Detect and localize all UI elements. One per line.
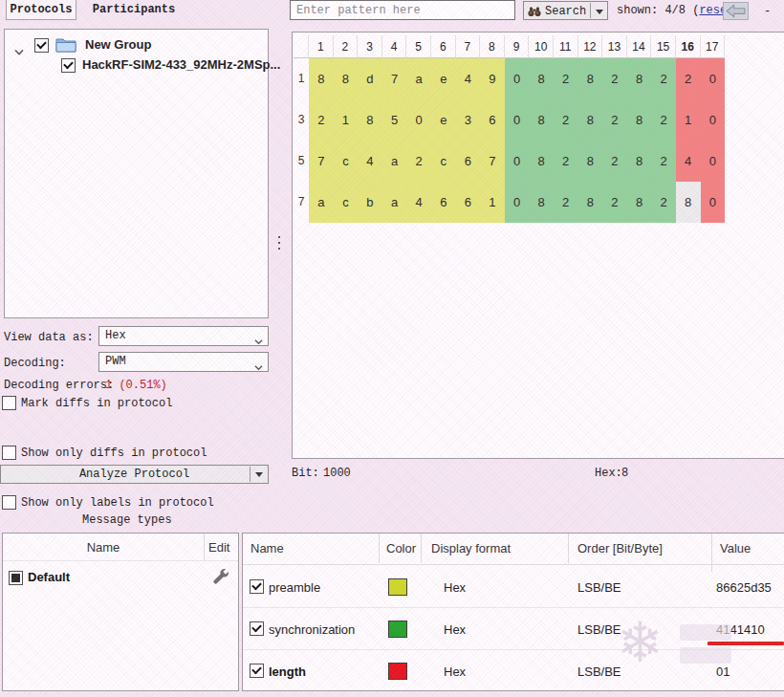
label-row[interactable]: preambleHexLSB/BE86625d35 bbox=[243, 566, 783, 608]
hex-col-header[interactable]: 8 bbox=[480, 35, 505, 58]
hex-cell[interactable]: 0 bbox=[505, 141, 530, 182]
analyze-protocol-button[interactable]: Analyze Protocol bbox=[0, 465, 269, 484]
hex-cell[interactable]: 8 bbox=[578, 182, 603, 223]
hex-cell[interactable]: 2 bbox=[651, 141, 676, 182]
tree-group-label[interactable]: New Group bbox=[85, 37, 151, 52]
back-arrow-button[interactable] bbox=[723, 2, 749, 20]
search-input[interactable] bbox=[290, 0, 515, 20]
hex-cell[interactable]: 0 bbox=[505, 99, 530, 141]
hex-col-header[interactable]: 1 bbox=[309, 35, 334, 58]
hex-cell[interactable]: 2 bbox=[651, 58, 676, 99]
group-checkbox[interactable] bbox=[34, 38, 49, 53]
hex-col-header[interactable]: 4 bbox=[382, 35, 407, 58]
decoding-select[interactable]: PWM bbox=[98, 352, 269, 372]
hex-cell[interactable]: 0 bbox=[505, 58, 530, 99]
hex-cell[interactable]: 2 bbox=[602, 182, 627, 223]
hex-cell[interactable]: 8 bbox=[627, 99, 652, 141]
hex-cell[interactable]: 4 bbox=[456, 58, 481, 99]
hex-cell[interactable]: 2 bbox=[406, 141, 431, 182]
hex-cell[interactable]: a bbox=[309, 182, 334, 223]
option-checkbox[interactable] bbox=[2, 495, 16, 510]
hex-cell[interactable]: 1 bbox=[334, 99, 359, 141]
hex-cell[interactable]: 7 bbox=[480, 141, 505, 182]
hex-col-header[interactable]: 10 bbox=[529, 35, 554, 58]
hex-row-header[interactable]: 3 bbox=[294, 99, 309, 141]
hex-cell[interactable]: e bbox=[431, 99, 456, 141]
label-row[interactable]: lengthHexLSB/BE01 bbox=[243, 650, 783, 692]
hex-col-header[interactable]: 6 bbox=[431, 35, 456, 58]
protocol-item-checkbox[interactable] bbox=[61, 58, 76, 73]
hex-cell[interactable]: 2 bbox=[651, 99, 676, 141]
hex-cell[interactable]: 0 bbox=[701, 58, 726, 99]
hex-cell[interactable]: 8 bbox=[309, 58, 334, 99]
hex-cell[interactable]: a bbox=[406, 58, 431, 99]
hex-cell[interactable]: c bbox=[334, 182, 359, 223]
hex-col-header[interactable]: 16 bbox=[676, 35, 701, 58]
hex-cell[interactable]: b bbox=[358, 182, 382, 223]
label-display-format[interactable]: Hex bbox=[444, 622, 466, 637]
option-checkbox[interactable] bbox=[2, 396, 16, 410]
hex-col-header[interactable]: 17 bbox=[701, 35, 726, 58]
hex-col-header[interactable]: 14 bbox=[627, 35, 652, 58]
label-display-format[interactable]: Hex bbox=[444, 664, 466, 679]
option-checkbox[interactable] bbox=[2, 446, 16, 460]
label-checkbox[interactable] bbox=[250, 579, 264, 594]
hex-cell[interactable]: 8 bbox=[529, 141, 554, 182]
hex-cell[interactable]: 8 bbox=[529, 99, 554, 141]
label-display-format[interactable]: Hex bbox=[444, 580, 466, 595]
label-checkbox[interactable] bbox=[250, 664, 264, 678]
hex-cell[interactable]: 2 bbox=[554, 141, 578, 182]
label-color-swatch[interactable] bbox=[388, 663, 407, 680]
label-order[interactable]: LSB/BE bbox=[577, 664, 621, 679]
hex-cell[interactable]: 4 bbox=[358, 141, 382, 182]
analyze-dropdown-arrow-icon[interactable] bbox=[255, 472, 263, 477]
hex-cell[interactable]: 7 bbox=[309, 141, 334, 182]
hex-cell[interactable]: 8 bbox=[627, 182, 652, 223]
wrench-icon[interactable] bbox=[211, 568, 229, 590]
hex-col-header[interactable]: 3 bbox=[358, 35, 382, 58]
hex-cell[interactable]: 2 bbox=[602, 141, 627, 182]
hex-cell[interactable]: c bbox=[334, 141, 359, 182]
hex-cell[interactable]: 1 bbox=[480, 182, 505, 223]
hex-cell[interactable]: a bbox=[382, 141, 407, 182]
hex-cell[interactable]: 1 bbox=[676, 99, 701, 141]
hex-cell[interactable]: 0 bbox=[701, 99, 726, 141]
hex-cell[interactable]: 0 bbox=[505, 182, 530, 223]
hex-cell[interactable]: 0 bbox=[701, 141, 726, 182]
hex-cell[interactable]: 2 bbox=[554, 58, 578, 99]
hex-cell[interactable]: 2 bbox=[602, 99, 627, 141]
hex-cell[interactable]: 5 bbox=[382, 99, 407, 141]
hex-col-header[interactable]: 7 bbox=[456, 35, 481, 58]
message-type-checkbox[interactable] bbox=[9, 571, 23, 585]
hex-cell[interactable]: 2 bbox=[554, 182, 578, 223]
hex-col-header[interactable]: 12 bbox=[578, 35, 603, 58]
splitter-handle[interactable] bbox=[278, 232, 280, 253]
hex-col-header[interactable]: 2 bbox=[334, 35, 359, 58]
hex-cell[interactable]: 8 bbox=[578, 58, 603, 99]
search-dropdown-arrow-icon[interactable] bbox=[596, 10, 603, 14]
hex-row-header[interactable]: 1 bbox=[294, 58, 309, 99]
hex-cell[interactable]: 2 bbox=[676, 58, 701, 99]
hex-col-header[interactable]: 9 bbox=[505, 35, 530, 58]
search-button[interactable]: Search bbox=[523, 1, 608, 20]
hex-cell[interactable]: 2 bbox=[554, 99, 578, 141]
hex-col-header[interactable]: 5 bbox=[406, 35, 431, 58]
hex-cell[interactable]: 6 bbox=[431, 182, 456, 223]
hex-cell[interactable]: 8 bbox=[358, 99, 382, 141]
hex-cell[interactable]: 0 bbox=[406, 99, 431, 141]
hex-cell[interactable]: 8 bbox=[334, 58, 359, 99]
hex-cell[interactable]: 8 bbox=[627, 58, 652, 99]
label-order[interactable]: LSB/BE bbox=[577, 580, 621, 595]
tree-protocol-item-label[interactable]: HackRF-SIM2-433_92MHz-2MSp... bbox=[82, 57, 280, 72]
tab-participants[interactable]: Participants bbox=[80, 0, 187, 20]
hex-cell[interactable]: 6 bbox=[456, 182, 481, 223]
hex-cell[interactable]: 6 bbox=[456, 141, 481, 182]
hex-row-header[interactable]: 5 bbox=[294, 141, 309, 182]
hex-cell[interactable]: d bbox=[358, 58, 382, 99]
hex-row-header[interactable]: 7 bbox=[294, 182, 309, 223]
hex-cell[interactable]: 2 bbox=[651, 182, 676, 223]
hex-cell[interactable]: 8 bbox=[627, 141, 652, 182]
view-data-as-select[interactable]: Hex bbox=[98, 326, 269, 346]
tree-expand-chevron-icon[interactable] bbox=[14, 42, 24, 59]
tab-protocols[interactable]: Protocols bbox=[6, 0, 76, 20]
